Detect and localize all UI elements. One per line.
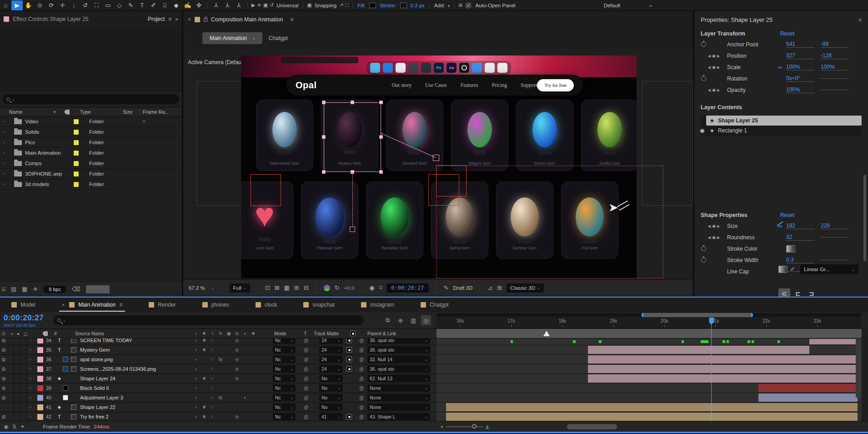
prev-keyframe-icon[interactable]: ◀: [707, 88, 711, 92]
time-ruler[interactable]: 16s 17s 18s 19s 20s 21s 22s: [437, 318, 862, 328]
panel-collapse-icon[interactable]: »: [175, 16, 178, 22]
project-folder-row[interactable]: › Main Animation Folder ⌗: [0, 148, 182, 158]
trash-icon[interactable]: ⌫: [72, 286, 80, 293]
solo-cell[interactable]: [14, 345, 20, 354]
add-keyframe-icon[interactable]: ◆: [712, 65, 716, 70]
collapse-switch[interactable]: ❋: [200, 386, 208, 391]
threed-switch[interactable]: [249, 395, 257, 400]
matte-type-icon[interactable]: [346, 366, 352, 372]
prev-keyframe-icon[interactable]: ◀: [707, 235, 711, 240]
layer-label-swatch[interactable]: [37, 414, 43, 420]
timeline-layer-row[interactable]: ⊙ › 35 T Mystery Gem ♁ ❋: [0, 345, 437, 355]
parent-pickwhip-icon[interactable]: @: [359, 367, 364, 372]
preserve-transparency-icon[interactable]: @: [304, 376, 308, 381]
fx-switch[interactable]: fx: [216, 405, 225, 410]
project-folder-row[interactable]: › Video Folder ⌗: [0, 116, 182, 127]
column-source-name[interactable]: Source Name: [75, 331, 180, 336]
zoom-in-icon[interactable]: ◭: [486, 424, 489, 429]
channel-wheel-icon[interactable]: [324, 285, 330, 291]
layer-expander-icon[interactable]: ›: [26, 357, 35, 362]
next-keyframe-icon[interactable]: ▶: [717, 235, 720, 240]
magnification-value[interactable]: 67.2 %: [189, 285, 205, 291]
threed-switch[interactable]: [249, 376, 257, 381]
layer-name[interactable]: Black Solid 6: [80, 385, 176, 391]
selection-handle[interactable]: [322, 170, 326, 174]
lock-cell[interactable]: [20, 403, 26, 412]
adjustment-switch[interactable]: ◐: [241, 395, 249, 400]
property-value-y[interactable]: -128: [821, 52, 849, 59]
axis-mode-button[interactable]: ⅄: [222, 0, 233, 10]
threed-switch[interactable]: [249, 348, 257, 353]
tool-button[interactable]: ◆: [171, 0, 182, 10]
view-option-icon[interactable]: ⊟: [304, 284, 309, 291]
quality-switch[interactable]: ∕: [208, 357, 216, 362]
layer-label-swatch[interactable]: [37, 338, 43, 343]
quality-switch[interactable]: ∕: [208, 338, 216, 343]
tool-button[interactable]: ✜: [193, 0, 205, 10]
parent-pickwhip-icon[interactable]: @: [359, 357, 364, 362]
collapse-switch[interactable]: ❋: [200, 395, 208, 400]
layer-expander-icon[interactable]: ›: [26, 367, 35, 371]
audio-cell[interactable]: [7, 338, 14, 343]
layer-eye-icon[interactable]: ⊙: [0, 395, 7, 401]
threed-switch[interactable]: [249, 414, 257, 419]
keyframe-marker[interactable]: [599, 340, 602, 343]
solo-cell[interactable]: [14, 364, 20, 373]
audio-cell[interactable]: [7, 345, 14, 354]
layer-expander-icon[interactable]: ›: [26, 338, 35, 343]
layer-eye-icon[interactable]: ⊙: [0, 385, 7, 391]
motion-blur-switch[interactable]: ◎: [233, 338, 241, 343]
snapping-toggle[interactable]: Snapping: [315, 3, 337, 8]
switch-column-icon[interactable]: ❋: [200, 331, 208, 336]
track-matte-dropdown[interactable]: No ⌄: [319, 404, 343, 411]
blend-mode-dropdown[interactable]: Nc ⌄: [273, 384, 296, 392]
tool-button[interactable]: ⌻: [159, 0, 171, 10]
bit-depth-button[interactable]: 8 bpc: [43, 286, 66, 293]
viewer-tab-title[interactable]: Composition Main Animation: [211, 16, 283, 23]
audio-cell[interactable]: [7, 412, 14, 421]
property-value-x[interactable]: 32: [786, 234, 814, 241]
fx-switch[interactable]: fx: [216, 348, 225, 353]
eye-icon[interactable]: ◉: [700, 127, 704, 134]
tool-button[interactable]: ▶: [11, 0, 23, 10]
lock-cell[interactable]: [20, 355, 26, 364]
view-option-icon[interactable]: ▦: [284, 284, 290, 291]
adjustment-switch[interactable]: ◐: [241, 405, 249, 410]
label-column-icon[interactable]: [43, 331, 48, 336]
fill-swatch[interactable]: [369, 3, 376, 8]
property-value-y[interactable]: [821, 237, 849, 237]
collapse-switch[interactable]: ❋: [200, 405, 208, 410]
blend-mode-dropdown[interactable]: Nc ⌄: [273, 338, 296, 344]
av-column-icon[interactable]: ⊙: [0, 331, 7, 336]
axis-mode-button[interactable]: ⅄: [211, 0, 222, 10]
blend-mode-dropdown[interactable]: Nc ⌄: [273, 404, 296, 411]
matte-type-icon[interactable]: [346, 347, 352, 353]
lock-icon[interactable]: [204, 19, 207, 22]
lock-cell[interactable]: [20, 374, 26, 383]
quality-switch[interactable]: ∕: [208, 414, 216, 419]
layer-name[interactable]: Try for free 2: [80, 414, 176, 419]
layer-name[interactable]: SCREEN TIME TODAY: [80, 338, 176, 343]
switch-column-icon[interactable]: ♁: [192, 331, 200, 336]
parent-pickwhip-icon[interactable]: @: [359, 395, 364, 400]
collapse-switch[interactable]: ❋: [200, 338, 208, 343]
selection-handle[interactable]: [379, 170, 383, 174]
lock-cell[interactable]: [20, 345, 26, 354]
timeline-option-icon[interactable]: ⧉: [383, 315, 393, 325]
shape-reset-button[interactable]: Reset: [780, 212, 794, 218]
viewer-menu-icon[interactable]: ≡: [290, 16, 293, 23]
switch-column-icon[interactable]: ◎: [233, 331, 241, 336]
zoom-slider[interactable]: [447, 426, 483, 427]
preserve-transparency-icon[interactable]: @: [304, 357, 308, 362]
track-matte-dropdown[interactable]: 41 ⌄: [319, 413, 343, 420]
fx-switch[interactable]: fx: [216, 357, 225, 362]
layer-expander-icon[interactable]: ›: [26, 386, 35, 390]
zoom-slider-handle[interactable]: [472, 424, 477, 429]
timeline-layer-row[interactable]: ⊙ › 37 Screens...2025-08-24 013436.png ♁: [0, 364, 437, 374]
layer-label-swatch[interactable]: [37, 404, 43, 410]
stopwatch-icon[interactable]: [701, 76, 706, 81]
adjustment-switch[interactable]: ◐: [241, 357, 249, 362]
renderer-dropdown[interactable]: Classic 3D ⌄: [507, 283, 544, 293]
expander-icon[interactable]: ›: [0, 182, 8, 187]
timeline-tab[interactable]: × Render ≡: [149, 298, 176, 312]
